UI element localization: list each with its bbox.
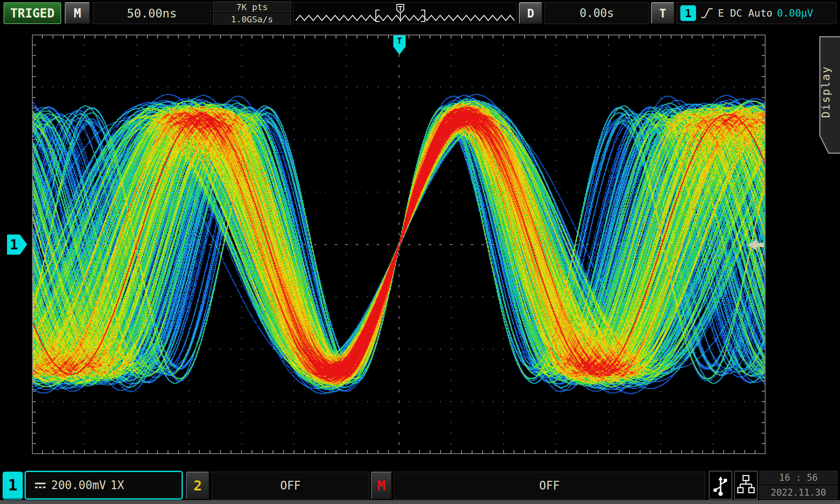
trigger-source-badge: 1 (680, 5, 696, 21)
math-badge[interactable]: M (371, 472, 392, 500)
tab-display[interactable]: Display (818, 36, 840, 154)
usb-icon (711, 473, 730, 497)
trigger-level-readout: 0.00μV (777, 7, 813, 19)
preview-zigzag-icon (294, 3, 516, 23)
acquisition-readout: 7K pts 1.0GSa/s (213, 1, 291, 25)
timebase-menu-button[interactable]: M (65, 2, 90, 24)
clock: 16 : 56 2022.11.30 (760, 471, 837, 500)
tab-display-label: Display (819, 66, 832, 118)
trigger-info-readout: 1 E DC Auto 0.00μV (676, 2, 836, 24)
preview-trigger-flag-icon (397, 4, 404, 22)
lan-status (734, 471, 758, 500)
trigger-status-badge: TRIGED (4, 2, 61, 24)
bottom-bezel-strip (0, 500, 840, 504)
horizontal-offset-readout: 0.00s (544, 2, 649, 24)
sample-rate-readout: 1.0GSa/s (213, 14, 291, 24)
usb-status (709, 471, 732, 500)
ch1-ground-marker[interactable]: 1 (7, 234, 27, 255)
ch2-badge[interactable]: 2 (186, 472, 210, 500)
lan-icon (736, 473, 756, 497)
ch1-badge[interactable]: 1 (3, 472, 23, 500)
trigger-mode-readout: E DC Auto (718, 7, 773, 19)
trigger-level-arrow[interactable] (746, 238, 765, 252)
dc-coupling-icon (34, 481, 47, 490)
memory-depth-readout: 7K pts (213, 1, 291, 12)
ch1-probe-readout: 1X (110, 479, 124, 492)
ch2-status-readout[interactable]: OFF (212, 472, 369, 500)
delay-button[interactable]: D (519, 2, 542, 24)
math-status-readout[interactable]: OFF (394, 472, 705, 500)
oscilloscope-screen: TRIGED M 50.00ns 7K pts 1.0GSa/s D 0.00s… (0, 0, 840, 504)
waveform-display (32, 35, 766, 454)
time-readout: 16 : 56 (760, 471, 837, 484)
timebase-readout: 50.00ns (93, 2, 211, 24)
waveform-position-preview[interactable] (293, 2, 517, 24)
date-readout: 2022.11.30 (760, 486, 837, 499)
rising-edge-icon (700, 6, 714, 20)
trigger-menu-button[interactable]: T (651, 2, 675, 24)
ch1-settings-readout[interactable]: 200.00mV 1X (24, 471, 183, 500)
ch1-scale-readout: 200.00mV (51, 479, 106, 492)
